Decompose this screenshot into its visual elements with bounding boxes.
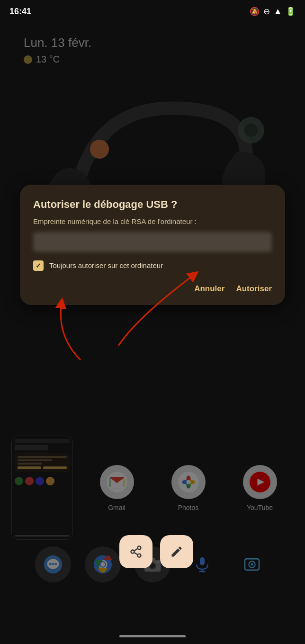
always-allow-row[interactable]: ✓ Toujours autoriser sur cet ordinateur bbox=[33, 260, 272, 271]
always-allow-label: Toujours autoriser sur cet ordinateur bbox=[49, 261, 163, 269]
dialog-subtitle: Empreinte numérique de la clé RSA de l'o… bbox=[33, 216, 272, 226]
wifi-icon: ▲ bbox=[274, 7, 282, 16]
status-time: 16:41 bbox=[9, 7, 31, 17]
action-buttons bbox=[119, 535, 193, 568]
home-indicator[interactable] bbox=[119, 635, 186, 637]
minus-circle-icon: ⊖ bbox=[263, 7, 270, 17]
dialog-buttons: Annuler Autoriser bbox=[33, 282, 272, 295]
cancel-button[interactable]: Annuler bbox=[194, 282, 224, 295]
status-icons: 🔕 ⊖ ▲ 🔋 bbox=[250, 7, 296, 17]
bell-mute-icon: 🔕 bbox=[250, 7, 260, 17]
share-button[interactable] bbox=[119, 535, 152, 568]
edit-button[interactable] bbox=[160, 535, 193, 568]
status-bar: 16:41 🔕 ⊖ ▲ 🔋 bbox=[0, 0, 305, 23]
usb-debug-dialog: Autoriser le débogage USB ? Empreinte nu… bbox=[20, 185, 285, 305]
dialog-title: Autoriser le débogage USB ? bbox=[33, 198, 272, 212]
checkmark-icon: ✓ bbox=[36, 262, 41, 269]
fingerprint-hash bbox=[33, 232, 272, 252]
always-allow-checkbox[interactable]: ✓ bbox=[33, 260, 44, 271]
svg-line-36 bbox=[134, 553, 138, 555]
battery-icon: 🔋 bbox=[286, 7, 296, 17]
allow-button[interactable]: Autoriser bbox=[236, 282, 272, 295]
svg-line-35 bbox=[134, 548, 138, 551]
